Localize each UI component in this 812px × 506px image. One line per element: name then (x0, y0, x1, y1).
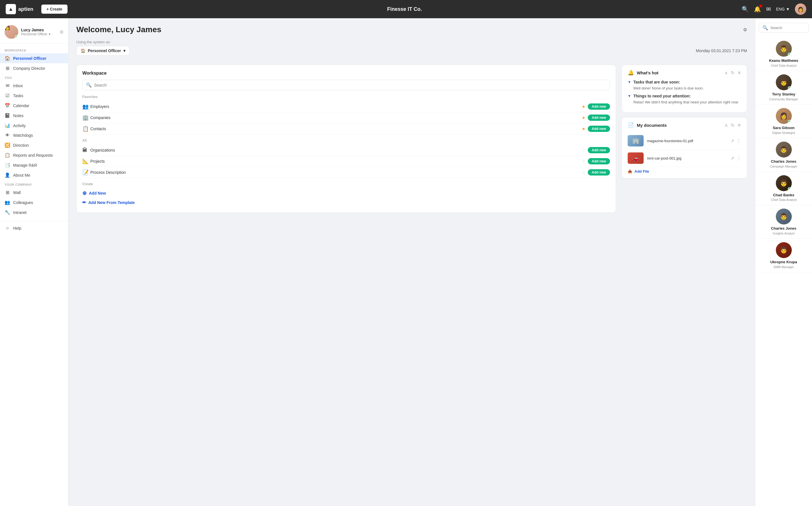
sidebar-item-reports[interactable]: 📋 Reports and Requests (0, 150, 68, 160)
role-dropdown[interactable]: 🏠 Personnel Officer ▾ (76, 46, 129, 56)
contacts-search-input[interactable] (771, 26, 805, 30)
sidebar-user-profile: 👩 Lucy James Personnel Officer ▾ ⚙ (0, 23, 68, 44)
more-icon[interactable]: ⋮ (736, 156, 741, 161)
chevron-up-icon[interactable]: ∧ (725, 70, 728, 76)
sidebar-item-about-me[interactable]: 👤 About Me (0, 170, 68, 180)
create-button[interactable]: + Create (41, 5, 68, 14)
sidebar-item-tasks[interactable]: ☑ Tasks (0, 91, 68, 101)
workspace-search-input[interactable] (94, 83, 606, 87)
add-new-contacts-button[interactable]: Add new (588, 125, 610, 132)
gear-icon[interactable]: ⚙ (60, 29, 64, 35)
contact-item-terry[interactable]: 👨 Terry Stanley Community Manager (755, 71, 812, 104)
workspace-section-label: Workspace (0, 46, 68, 53)
sidebar-item-calendar[interactable]: 📅 Calendar (0, 101, 68, 110)
sidebar-item-notes[interactable]: 📓 Notes (0, 110, 68, 120)
you-section-label: You (0, 73, 68, 81)
online-indicator (15, 35, 18, 38)
add-template-link[interactable]: ✏ Add New From Template (82, 198, 610, 207)
close-icon[interactable]: ✕ (737, 122, 741, 128)
logo[interactable]: ▲ aptien (6, 4, 33, 14)
add-new-companies-button[interactable]: Add new (588, 114, 610, 121)
process-icon: 📝 (82, 169, 90, 175)
sidebar: 👩 Lucy James Personnel Officer ▾ ⚙ Works… (0, 18, 68, 506)
sidebar-avatar[interactable]: 👩 (5, 25, 18, 39)
chevron-down-icon: ▾ (49, 32, 51, 36)
right-panel: 🔔 What's hot ∧ ↻ ✕ ▼ Tasks that are due … (622, 65, 747, 178)
sidebar-user-name: Lucy James (21, 28, 57, 32)
add-new-link[interactable]: ⊕ Add New (82, 188, 610, 198)
sidebar-item-activity[interactable]: 📊 Activity (0, 120, 68, 131)
share-icon[interactable]: ↗ (730, 138, 734, 144)
notifications-icon[interactable]: 🔔 (754, 6, 761, 12)
activity-icon: 📊 (5, 123, 10, 128)
sidebar-item-help[interactable]: ○ Help (0, 223, 68, 233)
sidebar-item-watchdogs[interactable]: 👁 Watchdogs (0, 131, 68, 140)
chevron-up-icon[interactable]: ∧ (725, 122, 728, 128)
main-content: Welcome, Lucy James ⚙ Using the system a… (68, 18, 755, 506)
contact-item-charles-c[interactable]: 👨 Charles Jones Campaign Manager (755, 138, 812, 172)
online-indicator (788, 120, 791, 123)
tasks-due-content: Well done! None of your tasks is due soo… (628, 86, 741, 90)
add-new-process-button[interactable]: Add new (588, 169, 610, 175)
contact-avatar: 👨 (776, 242, 792, 258)
contact-item-charles-i[interactable]: 👨 Charles Jones Insights Analyst (755, 205, 812, 239)
top-navigation: ▲ aptien + Create Finesse IT Co. 🔍 🔔 ✉ E… (0, 0, 812, 18)
contact-item-ukropne[interactable]: 👨 Ukropne Krupa SMM Manager (755, 239, 812, 272)
sidebar-item-manage-rr[interactable]: 📑 Manage R&R (0, 160, 68, 170)
sidebar-item-intranet[interactable]: 🔧 Intranet (0, 207, 68, 218)
document-item-1: 🚗 rent-car-post-001.jpg ↗ ⋮ (628, 150, 741, 167)
language-selector[interactable]: ENG ▼ (776, 7, 790, 11)
add-new-employers-button[interactable]: Add new (588, 103, 610, 110)
add-new-organizations-button[interactable]: Add new (588, 147, 610, 153)
grid-icon: ⊞ (5, 66, 10, 71)
doc-thumbnail: 🏢 (628, 135, 644, 147)
manage-icon: 📑 (5, 162, 10, 168)
company-title: Finesse IT Co. (72, 6, 737, 12)
sidebar-item-direction[interactable]: 🔀 Direction (0, 140, 68, 150)
add-new-projects-button[interactable]: Add new (588, 158, 610, 164)
refresh-icon[interactable]: ↻ (731, 70, 734, 76)
calendar-icon: 📅 (5, 103, 10, 108)
workspace-search-bar[interactable]: 🔍 (82, 80, 610, 90)
logo-text: aptien (18, 6, 33, 12)
sidebar-item-wall[interactable]: ⊞ Wall (0, 187, 68, 197)
chevron-down-icon: ▾ (123, 49, 125, 53)
sidebar-item-colleagues[interactable]: 👥 Colleagues (0, 197, 68, 207)
sidebar-item-personnel-officer[interactable]: 🏠 Personnel Officer (0, 53, 68, 63)
mail-icon[interactable]: ✉ (766, 6, 771, 12)
sidebar-item-company-director[interactable]: ⊞ Company Director (0, 63, 68, 73)
share-icon[interactable]: ↗ (730, 156, 734, 161)
employers-icon: 👥 (82, 103, 90, 110)
workspace-item-projects: 📐 Projects ☆ Add new (82, 156, 610, 167)
companies-icon: 🏢 (82, 114, 90, 121)
star-empty-icon[interactable]: ☆ (582, 170, 585, 175)
settings-icon[interactable]: ⚙ (743, 27, 747, 32)
contact-avatar: 👨 (776, 142, 792, 158)
add-file-link[interactable]: 📤 Add File (628, 169, 741, 173)
more-icon[interactable]: ⋮ (736, 138, 741, 144)
star-icon[interactable]: ★ (582, 115, 585, 120)
doc-thumbnail: 🚗 (628, 152, 644, 164)
star-icon[interactable]: ★ (582, 126, 585, 131)
search-icon[interactable]: 🔍 (742, 6, 749, 12)
refresh-icon[interactable]: ↻ (731, 122, 734, 128)
watchdogs-icon: 👁 (5, 133, 10, 138)
sidebar-item-inbox[interactable]: ✉ Inbox (0, 81, 68, 91)
user-avatar-top[interactable]: 👩 (795, 3, 806, 15)
plus-icon: ⊕ (82, 190, 87, 196)
contact-item-sara[interactable]: 👩 Sara Gibson Digital Strategist (755, 104, 812, 138)
close-icon[interactable]: ✕ (737, 70, 741, 76)
tasks-icon: ☑ (5, 93, 10, 98)
star-empty-icon[interactable]: ☆ (582, 159, 585, 164)
notes-icon: 📓 (5, 113, 10, 118)
contact-item-chad[interactable]: 👨 Chad Banks Chief Data Analyst (755, 172, 812, 205)
contact-item-keanu[interactable]: 👨 Keanu Matthews Chief Data Analyst (755, 37, 812, 71)
sidebar-user-role[interactable]: Personnel Officer ▾ (21, 32, 57, 36)
contacts-search-bar[interactable]: 🔍 (759, 23, 809, 33)
workspace-item-contacts: 📋 Contacts ★ Add new (82, 123, 610, 135)
online-indicator (788, 86, 791, 90)
online-indicator (788, 187, 791, 191)
star-icon[interactable]: ★ (582, 104, 585, 109)
star-empty-icon[interactable]: ☆ (582, 148, 585, 152)
bell-icon: 🔔 (628, 70, 634, 76)
